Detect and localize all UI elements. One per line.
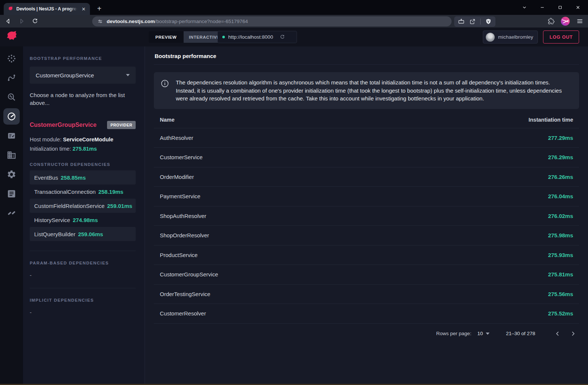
panel-hint: Choose a node to analyze from the list a… [30,91,136,107]
url-text: devtools.nestjs.com/bootstrap-performanc… [107,19,248,24]
pagination-range: 21–30 of 278 [506,331,535,336]
provider-badge: PROVIDER [107,121,136,129]
close-icon[interactable] [572,2,584,13]
back-icon[interactable] [3,16,13,26]
maximize-icon[interactable] [554,2,566,13]
menu-icon[interactable] [576,17,584,25]
implicit-dependencies-section: IMPLICIT DEPENDENCIES - [30,288,136,315]
send-to-device-icon[interactable] [458,18,465,25]
nav-tools-icon[interactable] [3,205,20,221]
nav-bootstrap-performance-icon[interactable] [3,108,20,125]
user-avatar [486,33,495,42]
info-icon [161,79,169,88]
previous-page-icon[interactable] [552,328,563,340]
forward-icon[interactable] [16,16,27,26]
nav-rail [0,46,23,384]
selected-node-name: CustomerGroupService [30,122,97,128]
tab-search-icon[interactable] [518,2,531,13]
tab-close-icon[interactable]: ✕ [80,6,87,12]
nav-graph-icon[interactable] [3,50,20,67]
implicit-dependencies-title: IMPLICIT DEPENDENCIES [30,298,136,302]
dependency-item[interactable]: HistoryService274.98ms [30,213,136,227]
panel-title: BOOTSTRAP PERFORMANCE [30,56,136,61]
tab-title: Devtools | NestJS - A progressive [16,6,77,12]
nav-flow-icon[interactable] [3,70,20,86]
init-time-row: Initialization time: 275.81ms [30,146,136,152]
reload-icon[interactable] [30,16,40,26]
site-settings-icon[interactable] [97,19,103,24]
table-header: Name Instantiation time [154,112,579,128]
table-row[interactable]: CustomerGroupService275.81ms [154,265,579,285]
performance-table: Name Instantiation time AuthResolver277.… [154,112,579,324]
table-row[interactable]: ProductService275.93ms [154,246,579,265]
app-header: PREVIEW INTERACTIVE http://localhost:800… [0,28,588,46]
share-icon[interactable] [469,18,476,25]
mode-toggle: PREVIEW INTERACTIVE [149,31,225,43]
profile-avatar[interactable] [560,16,570,26]
node-select[interactable]: CustomerGroupService [30,67,136,84]
host-module-row: Host module: ServiceCoreModule [30,137,136,142]
nav-inspect-icon[interactable] [3,89,20,105]
pagination: Rows per page: 10 21–30 of 278 [154,324,579,344]
target-url-text: http://localhost:8000 [228,34,273,40]
nav-settings-icon[interactable] [3,166,20,183]
param-dependencies-section: PARAM-BASED DEPENDENCIES - [30,251,136,278]
next-page-icon[interactable] [567,328,579,340]
implicit-dependencies-empty: - [30,309,136,315]
param-dependencies-empty: - [30,272,136,278]
page-actions [454,16,495,27]
browser-window: Devtools | NestJS - A progressive ✕ + de… [0,0,588,385]
refresh-icon[interactable] [280,34,285,40]
tab-preview[interactable]: PREVIEW [149,31,183,43]
status-dot [222,36,225,38]
logout-button[interactable]: LOG OUT [543,31,579,44]
nav-organization-icon[interactable] [3,147,20,163]
browser-toolbar: devtools.nestjs.com/bootstrap-performanc… [0,15,588,28]
dependency-item[interactable]: ListQueryBuilder259.06ms [30,227,136,241]
table-row[interactable]: OrderTestingService275.56ms [154,285,579,304]
table-row[interactable]: PaymentService276.04ms [154,187,579,206]
page-title: Bootstrap performance [154,46,579,65]
param-dependencies-title: PARAM-BASED DEPENDENCIES [30,261,136,265]
constructor-dependencies-section: CONSTRUCTOR DEPENDENCIES EventBus258.85m… [30,162,136,241]
username: michaelbromley [498,34,533,40]
tab-strip: Devtools | NestJS - A progressive ✕ + [0,0,588,15]
dependency-item[interactable]: TransactionalConnection258.19ms [30,185,136,199]
chevron-down-icon [126,74,130,76]
browser-tab[interactable]: Devtools | NestJS - A progressive ✕ [4,3,90,15]
minimize-icon[interactable] [536,2,549,13]
address-bar[interactable]: devtools.nestjs.com/bootstrap-performanc… [92,16,452,26]
rows-per-page-select[interactable]: 10 [477,331,490,336]
dependency-item[interactable]: CustomFieldRelationService259.01ms [30,199,136,213]
constructor-dependencies-title: CONSTRUCTOR DEPENDENCIES [30,162,136,167]
table-row[interactable]: CustomerService276.29ms [154,148,579,167]
extensions-icon[interactable] [548,18,555,25]
table-row[interactable]: AuthResolver277.29ms [154,128,579,148]
user-menu[interactable]: michaelbromley [483,31,538,44]
brave-shield-icon[interactable] [485,18,492,25]
dependency-item[interactable]: EventBus258.85ms [30,170,136,185]
table-row[interactable]: ShopOrderResolver275.98ms [154,226,579,246]
new-tab-button[interactable]: + [94,4,104,13]
node-select-value: CustomerGroupService [36,72,94,78]
column-instantiation-time: Instantiation time [529,117,573,123]
column-name: Name [160,117,175,123]
info-note: The dependencies resolution algorithm is… [154,72,579,109]
table-row[interactable]: CustomerResolver275.52ms [154,304,579,324]
info-text: The dependencies resolution algorithm is… [176,78,570,103]
table-row[interactable]: ShopAuthResolver276.02ms [154,206,579,226]
nestjs-favicon-icon [7,6,13,12]
nav-checklist-icon[interactable] [3,128,20,144]
chevron-down-icon [486,333,490,335]
rows-per-page-label: Rows per page: [436,331,472,336]
nestjs-logo-icon [4,30,19,44]
table-row[interactable]: OrderModifier276.26ms [154,167,579,187]
bootstrap-performance-panel: BOOTSTRAP PERFORMANCE CustomerGroupServi… [23,46,145,384]
main-content: Bootstrap performance The dependencies r… [145,46,588,384]
divider [480,19,481,25]
target-url-box[interactable]: http://localhost:8000 [217,31,297,43]
nav-docs-icon[interactable] [3,186,20,202]
